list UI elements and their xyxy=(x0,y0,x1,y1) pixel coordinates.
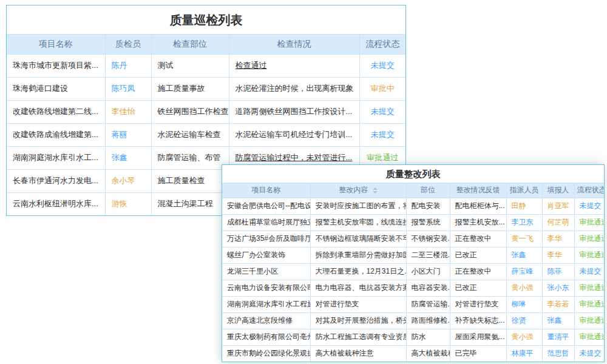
table-row: 改建铁路线增建第二线... 李佳怡 铁丝网围挡工作检查 道路两侧铁丝网围挡工作按… xyxy=(7,100,405,123)
column-header-part: 部位 xyxy=(406,183,450,198)
inspection-part: 施工质量事故 xyxy=(151,77,229,100)
rectify-content: 报警主机安放牢固，线缆连接... xyxy=(310,214,406,231)
rectify-part: 小区大门 xyxy=(406,263,450,280)
project-name-link[interactable]: 珠海市城市更新项目紫... xyxy=(7,54,105,77)
column-header-label: 整改内容 xyxy=(339,186,368,194)
status-badge: 审批通过 xyxy=(574,296,604,312)
inspection-part: 防腐管运输、布管 xyxy=(151,146,229,169)
inspector-name: 张鑫 xyxy=(105,146,151,169)
inspection-part: 水泥砼运输车检查 xyxy=(151,123,229,146)
filler-name: 张小东 xyxy=(542,280,574,296)
column-header-assignee: 指派人员 xyxy=(506,183,542,198)
inspector-name: 陈巧凤 xyxy=(105,77,151,100)
status-badge: 审批通过 xyxy=(574,329,604,345)
inspection-part: 测试 xyxy=(151,54,229,77)
status-badge: 未提交 xyxy=(359,123,405,146)
rectify-content: 不锈钢边框玻璃隔断安装不牢... xyxy=(310,231,406,247)
project-name-link[interactable]: 重庆太极制药有限公司亳州中... xyxy=(222,329,310,345)
rectify-content: 大理石量更换，12月31日之... xyxy=(310,263,406,280)
table-row: 龙湖三千里小区 大理石量更换，12月31日之... 小区大门 正在整改中 薛宝峰… xyxy=(222,263,604,280)
rectify-feedback: 补齐缺失标志... xyxy=(450,312,506,329)
rectify-feedback: 已完毕 xyxy=(450,345,506,362)
project-name-link[interactable]: 改建铁路线增建第二线... xyxy=(7,100,105,123)
filler-name: 何芷萌 xyxy=(542,214,574,231)
table-row: 京沪高速北京段维修 对其及时开展整治措施，桥头... 路面维修检... 补齐缺失… xyxy=(222,312,604,329)
table-row: 珠海鹤港口建设 陈巧凤 施工质量事故 水泥砼灌注的时候，出现离析现象 审批中 xyxy=(7,77,405,100)
status-badge: 未提交 xyxy=(359,100,405,123)
project-name-link[interactable]: 京沪高速北京段维修 xyxy=(222,312,310,329)
table-row: 万达广场35#会所及咖啡厅空... 不锈钢边框玻璃隔断安装不牢... 不锈钢安装… xyxy=(222,231,604,247)
rectification-table: 项目名称 整改内容 部位 整改情况反馈 指派人员 填报人 流程状态 安徽合肥供电… xyxy=(222,183,604,362)
project-name-link[interactable]: 湖南洞庭湖水库引水工... xyxy=(7,146,105,169)
table-row: 湖南洞庭湖水库引水工程施工标 对管进行垫支 防腐管运输... 对管进行垫支 柳琳… xyxy=(222,296,604,312)
rectify-part: 二至三楼混... xyxy=(406,247,450,263)
filler-name: 肖亚军 xyxy=(542,198,574,214)
table-row: 重庆市鹅岭公园绿化景观提升... 高大植被栽种注意 高大植被栽种 已完毕 林康平… xyxy=(222,345,604,362)
rectify-part: 防水 xyxy=(406,329,450,345)
column-header-part: 检查部位 xyxy=(151,35,229,54)
project-name-link[interactable]: 万达广场35#会所及咖啡厅空... xyxy=(222,231,310,247)
project-name-link[interactable]: 珠海鹤港口建设 xyxy=(7,77,105,100)
assignee-name: 黄一飞 xyxy=(506,231,542,247)
rectify-feedback: 报警主机安放... xyxy=(450,214,506,231)
project-name-link[interactable]: 云南电力设备安装有限公司20... xyxy=(222,280,310,296)
rectify-part: 防腐管运输... xyxy=(406,296,450,312)
project-name-link[interactable]: 螺丝厂办公室装饰 xyxy=(222,247,310,263)
column-header-content-sortable[interactable]: 整改内容 xyxy=(310,183,406,198)
sort-icon[interactable] xyxy=(373,187,378,194)
rectify-content: 对其及时开展整治措施，桥头... xyxy=(310,312,406,329)
filler-name: 李若若 xyxy=(542,296,574,312)
rectify-part: 高大植被栽种 xyxy=(406,345,450,362)
status-badge: 审批通过 xyxy=(574,247,604,263)
table-row: 珠海市城市更新项目紫... 陈丹 测试 检查通过 未提交 xyxy=(7,54,405,77)
inspector-name: 游恢 xyxy=(105,192,151,215)
table-row: 安徽合肥供电公司--配电设备... 安装时应按施工图的布置，将... 配电安装 … xyxy=(222,198,604,214)
column-header-status: 流程状态 xyxy=(359,35,405,54)
project-name-link[interactable]: 改建铁路成渝线增建第... xyxy=(7,123,105,146)
table-row: 云南电力设备安装有限公司20... 电力电容器、电抗器安装方案,... 电容器安… xyxy=(222,280,604,296)
project-name-link[interactable]: 成都杜甫草堂临时展厅独立展... xyxy=(222,214,310,231)
inspection-part: 混凝土沟渠工程 xyxy=(151,192,229,215)
rectify-feedback: 已改正 xyxy=(450,280,506,296)
status-badge: 审批通过 xyxy=(574,312,604,329)
inspector-name: 陈丹 xyxy=(105,54,151,77)
assignee-name: 田静 xyxy=(506,198,542,214)
status-badge: 审批通过 xyxy=(574,280,604,296)
header-row: 项目名称 整改内容 部位 整改情况反馈 指派人员 填报人 流程状态 xyxy=(222,183,604,198)
assignee-name: 黄小强 xyxy=(506,329,542,345)
rectify-feedback: 配电柜柜体与... xyxy=(450,198,506,214)
project-name-link[interactable]: 龙湖三千里小区 xyxy=(222,263,310,280)
assignee-name: 张鑫 xyxy=(506,247,542,263)
rectify-feedback: 屋面采用聚氨... xyxy=(450,329,506,345)
rectify-feedback: 已改正 xyxy=(450,247,506,263)
column-header-filler: 填报人 xyxy=(542,183,574,198)
inspector-name: 余小琴 xyxy=(105,169,151,192)
inspection-situation: 水泥砼灌注的时候，出现离析现象 xyxy=(229,77,359,100)
column-header-project: 项目名称 xyxy=(222,183,310,198)
table-row: 螺丝厂办公室装饰 拆除到承重墙部分需做好加固... 二至三楼混... 已改正 张… xyxy=(222,247,604,263)
assignee-name: 李卫东 xyxy=(506,214,542,231)
project-name-link[interactable]: 安徽合肥供电公司--配电设备... xyxy=(222,198,310,214)
project-name-link[interactable]: 云南水利枢纽潜明水库... xyxy=(7,192,105,215)
rectify-content: 电力电容器、电抗器安装方案,... xyxy=(310,280,406,296)
filler-name: 董清平 xyxy=(542,329,574,345)
filler-name: 李华 xyxy=(542,231,574,247)
status-badge: 审批通过 xyxy=(574,231,604,247)
header-row: 项目名称 质检员 检查部位 检查情况 流程状态 xyxy=(7,35,405,54)
rectify-content: 高大植被栽种注意 xyxy=(310,345,406,362)
rectify-content: 安装时应按施工图的布置，将... xyxy=(310,198,406,214)
inspection-situation: 道路两侧铁丝网围挡工作按设计... xyxy=(229,100,359,123)
column-header-situation: 检查情况 xyxy=(229,35,359,54)
rectify-content: 拆除到承重墙部分需做好加固... xyxy=(310,247,406,263)
rectification-list-title: 质量整改列表 xyxy=(222,165,604,183)
project-name-link[interactable]: 重庆市鹅岭公园绿化景观提升... xyxy=(222,345,310,362)
inspection-part: 铁丝网围挡工作检查 xyxy=(151,100,229,123)
rectify-part: 配电安装 xyxy=(406,198,450,214)
filler-name: 陈菲 xyxy=(542,263,574,280)
project-name-link[interactable]: 湖南洞庭湖水库引水工程施工标 xyxy=(222,296,310,312)
status-badge: 审批中 xyxy=(359,77,405,100)
assignee-name: 徐贤 xyxy=(506,312,542,329)
inspection-part: 施工质量检查 xyxy=(151,169,229,192)
project-name-link[interactable]: 长春市伊通河水力发电... xyxy=(7,169,105,192)
rectify-part: 电容器安装... xyxy=(406,280,450,296)
